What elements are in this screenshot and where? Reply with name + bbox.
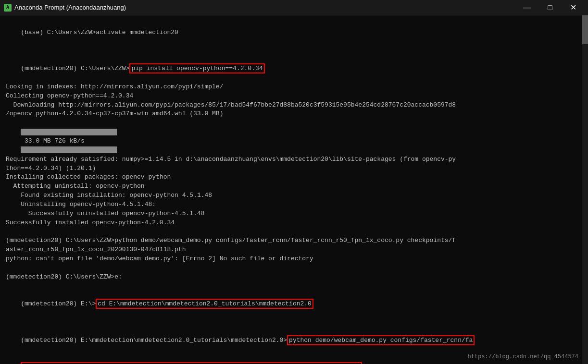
- terminal-line: Requirement already satisfied: numpy>=1.…: [6, 155, 582, 164]
- close-button[interactable]: ✕: [562, 0, 584, 15]
- title-bar: A Anaconda Prompt (Anacondaanzhuang) — □…: [0, 0, 588, 15]
- command-highlight-3: python demo/webcam_demo.py configs/faste…: [287, 335, 475, 345]
- terminal-line: [6, 281, 582, 291]
- terminal-line: Looking in indexes: http://mirrors.aliyu…: [6, 83, 582, 92]
- terminal-line: Uninstalling opencv-python-4.5.1.48:: [6, 200, 582, 209]
- terminal-prompt: (mmdetection20) E:\mmdetection\mmdetecti…: [21, 337, 287, 344]
- terminal-text: (base) C:\Users\ZZW>activate mmdetection…: [21, 29, 178, 36]
- terminal-line: Collecting opencv-python==4.2.0.34: [6, 92, 582, 101]
- terminal-line: /opencv_python-4.2.0.34-cp37-cp37m-win_a…: [6, 109, 582, 119]
- scrollbar-thumb[interactable]: [582, 15, 588, 44]
- watermark: https://blog.csdn.net/qq_4544574: [468, 353, 578, 360]
- command-highlight-3-cont: ster_rcnn_r50_fpn_1x_coco.py checkpoints…: [21, 362, 362, 364]
- terminal-line: (mmdetection20) C:\Users\ZZW>pip install…: [6, 55, 582, 83]
- terminal-line: python: can't open file 'demo/webcam_dem…: [6, 255, 582, 264]
- terminal-line: Found existing installation: opencv-pyth…: [6, 191, 582, 200]
- terminal-line: (mmdetection20) C:\Users\ZZW>python demo…: [6, 236, 582, 245]
- terminal-line: Attempting uninstall: opencv-python: [6, 182, 582, 191]
- terminal-line: thon==4.2.0.34) (1.20.1): [6, 164, 582, 173]
- terminal-line: aster_rcnn_r50_fpn_1x_coco_20200130-047c…: [6, 245, 582, 255]
- terminal-line: [6, 227, 582, 236]
- terminal-line: [6, 318, 582, 327]
- terminal-line: Installing collected packages: opencv-py…: [6, 173, 582, 182]
- app-icon: A: [4, 4, 12, 12]
- terminal-prompt: (mmdetection20) E:\>: [21, 300, 96, 307]
- minimize-button[interactable]: —: [516, 0, 538, 15]
- terminal-line: (mmdetection20) E:\mmdetection\mmdetecti…: [6, 327, 582, 354]
- terminal-line: Downloading http://mirrors.aliyun.com/py…: [6, 101, 582, 110]
- command-highlight-2: cd E:\mmdetection\mmdetection2.0_tutoria…: [96, 299, 313, 309]
- terminal-line: Successfully installed opencv-python-4.2…: [6, 218, 582, 228]
- maximize-button[interactable]: □: [539, 0, 561, 15]
- window-title: Anaconda Prompt (Anacondaanzhuang): [14, 4, 126, 11]
- command-highlight: pip install opencv-python==4.2.0.34: [129, 63, 264, 73]
- terminal-line: (mmdetection20) C:\Users\ZZW>e:: [6, 273, 582, 282]
- terminal-line: [6, 47, 582, 56]
- terminal-prompt: (mmdetection20) C:\Users\ZZW>: [21, 65, 129, 72]
- terminal-line: (mmdetection20) E:\>cd E:\mmdetection\mm…: [6, 291, 582, 318]
- terminal-line: (base) C:\Users\ZZW>activate mmdetection…: [6, 19, 582, 47]
- progress-bar: [21, 129, 117, 135]
- terminal-line: [6, 264, 582, 273]
- terminal-line: 33.0 MB 726 kB/s: [6, 119, 582, 155]
- terminal-window: (base) C:\Users\ZZW>activate mmdetection…: [0, 15, 588, 364]
- title-bar-left: A Anaconda Prompt (Anacondaanzhuang): [4, 4, 126, 12]
- window-controls: — □ ✕: [516, 0, 584, 15]
- terminal-line: Successfully uninstalled opencv-python-4…: [6, 209, 582, 218]
- progress-text: 33.0 MB 726 kB/s: [21, 137, 85, 145]
- scrollbar[interactable]: [582, 15, 588, 364]
